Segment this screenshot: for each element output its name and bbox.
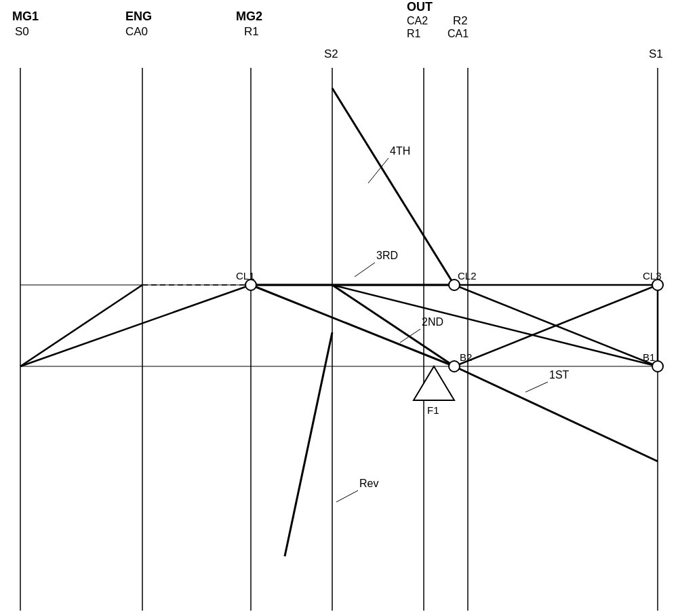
node-b2 — [449, 361, 460, 372]
label-out: OUT — [407, 0, 433, 14]
label-4th: 4TH — [390, 145, 410, 157]
label-ca0: CA0 — [125, 25, 148, 38]
label-2nd: 2ND — [422, 316, 443, 328]
label-cl3: CL3 — [643, 270, 662, 282]
label-mg2: MG2 — [236, 9, 262, 23]
label-s2: S2 — [324, 47, 338, 60]
label-r2: R2 — [453, 14, 468, 27]
background — [0, 0, 678, 616]
label-s0: S0 — [15, 25, 29, 38]
label-b1: B1 — [643, 351, 655, 363]
label-r1-out: R1 — [407, 28, 421, 39]
label-cl2: CL2 — [458, 270, 477, 282]
transmission-diagram: MG1 S0 ENG CA0 MG2 R1 S2 OUT CA2 R1 R2 C… — [0, 0, 678, 616]
label-3rd: 3RD — [376, 250, 398, 261]
label-b2: B2 — [460, 351, 472, 363]
label-eng: ENG — [125, 9, 152, 23]
label-f1: F1 — [427, 404, 439, 416]
label-ca1: CA1 — [447, 28, 468, 39]
label-cl1: CL1 — [236, 270, 255, 282]
label-mg1: MG1 — [12, 9, 39, 23]
label-ca2: CA2 — [407, 15, 428, 26]
label-1st: 1ST — [549, 369, 570, 381]
label-r1-mg2: R1 — [244, 25, 259, 38]
label-s1: S1 — [649, 47, 663, 60]
label-rev: Rev — [359, 478, 378, 489]
